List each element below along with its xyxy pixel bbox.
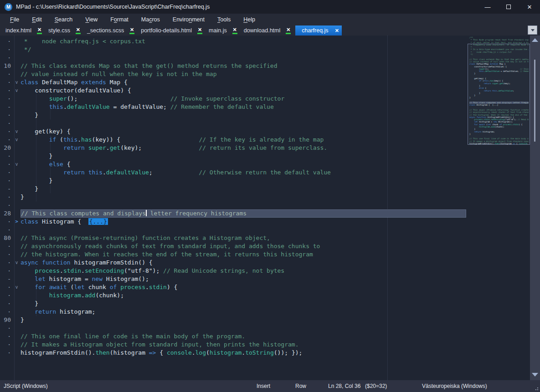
- tab-close[interactable]: ✕: [232, 27, 237, 34]
- tab-charfreq.js[interactable]: charfreq.js✕: [295, 25, 342, 36]
- code-line[interactable]: ·>class Histogram { {...}: [0, 218, 529, 226]
- maximize-button[interactable]: [498, 0, 519, 14]
- menu-item-file[interactable]: File: [4, 14, 26, 25]
- code-line[interactable]: · super(); // Invoke superclass construc…: [0, 95, 529, 103]
- code-line[interactable]: 80// This async (Promise-returning) func…: [0, 234, 529, 242]
- code-line[interactable]: ·v get(key) {: [0, 127, 529, 136]
- code-line[interactable]: · }: [0, 177, 529, 185]
- fold-spacer: [13, 119, 21, 127]
- code-line[interactable]: · return this.defaultValue; // Otherwise…: [0, 168, 529, 177]
- code-line[interactable]: · }: [0, 300, 529, 308]
- scrollbar-thumb[interactable]: [534, 60, 535, 142]
- code-line[interactable]: ·}: [0, 193, 529, 201]
- code-line[interactable]: ·v constructor(defaultValue) {: [0, 87, 529, 95]
- fold-open-icon[interactable]: v: [13, 78, 21, 87]
- minimap-token: // Invoke superclass constructor: [520, 68, 529, 70]
- code-token: let: [35, 275, 45, 282]
- fold-closed-icon[interactable]: >: [13, 218, 21, 226]
- folded-code-chip[interactable]: {...}: [88, 218, 108, 225]
- code-line[interactable]: ·vasync function histogramFromStdin() {: [0, 259, 529, 267]
- tab-list-dropdown-button[interactable]: [528, 25, 537, 35]
- menu-item-edit[interactable]: Edit: [26, 14, 48, 25]
- fold-spacer: [13, 54, 21, 62]
- code-line[interactable]: ·// It makes a Histogram object from sta…: [0, 341, 529, 349]
- code-line[interactable]: · return histogram;: [0, 308, 529, 316]
- code-line[interactable]: ·v for await (let chunk of process.stdin…: [0, 283, 529, 291]
- code-line[interactable]: ·vclass DefaultMap extends Map {: [0, 78, 529, 87]
- fold-open-icon[interactable]: v: [13, 160, 21, 168]
- vertical-scrollbar[interactable]: [530, 36, 540, 380]
- fold-spacer: [13, 316, 21, 324]
- code-line[interactable]: ·: [0, 54, 529, 62]
- tab-close[interactable]: ✕: [286, 27, 291, 34]
- code-line[interactable]: · * node charfreq.js < corpus.txt: [0, 37, 529, 46]
- menu-item-search[interactable]: Search: [48, 14, 79, 25]
- code-line[interactable]: ·// value instead of null when the key i…: [0, 70, 529, 78]
- tab-style.css[interactable]: style.css✕: [46, 25, 85, 36]
- code-token: this: [88, 169, 103, 176]
- code-line[interactable]: · }: [0, 111, 529, 119]
- fold-open-icon[interactable]: v: [13, 259, 21, 267]
- close-icon[interactable]: ✕: [335, 28, 339, 33]
- menu-item-macros[interactable]: Macros: [135, 14, 166, 25]
- code-line[interactable]: ·v if (this.has(key)) { // If the key is…: [0, 136, 529, 144]
- tab-close[interactable]: ✕: [76, 27, 81, 34]
- code-line[interactable]: · histogram.add(chunk);: [0, 291, 529, 300]
- code-token: else: [49, 161, 63, 168]
- code-line[interactable]: 20 return super.get(key); // return its …: [0, 144, 529, 152]
- tab-close[interactable]: ✕: [37, 27, 42, 34]
- close-icon: ✕: [198, 27, 202, 32]
- tab-_sections.scss[interactable]: _sections.scss✕: [85, 25, 139, 36]
- code-line[interactable]: 28// This class computes and displays le…: [0, 209, 529, 218]
- code-line[interactable]: · */: [0, 46, 529, 54]
- tab-main.js[interactable]: main.js✕: [207, 25, 242, 36]
- resize-grip[interactable]: [535, 387, 538, 390]
- tab-download.html[interactable]: download.html✕: [242, 25, 296, 36]
- code-line[interactable]: - }: [0, 185, 529, 193]
- code-line[interactable]: ·: [0, 119, 529, 127]
- code-line[interactable]: ·v else {: [0, 160, 529, 168]
- tab-portfolio-details.html[interactable]: portfolio-details.html✕: [139, 25, 207, 36]
- minimap-token: }: [469, 128, 475, 130]
- menu-item-format[interactable]: Format: [104, 14, 135, 25]
- fold-spacer: [13, 111, 21, 119]
- fold-open-icon[interactable]: v: [13, 136, 21, 144]
- line-number: 90: [0, 316, 13, 324]
- code-line[interactable]: - let histogram = new Histogram();: [0, 275, 529, 283]
- menu-item-help[interactable]: Help: [237, 14, 262, 25]
- editor-pane[interactable]: · * node charfreq.js < corpus.txt· */·10…: [0, 36, 540, 380]
- menu-item-environment[interactable]: Environment: [166, 14, 211, 25]
- code-token: }: [21, 112, 38, 118]
- code-line[interactable]: · process.stdin.setEncoding("utf-8"); //…: [0, 267, 529, 275]
- tab-close[interactable]: ✕: [129, 27, 134, 34]
- code-line[interactable]: ·// asynchronously reads chunks of text …: [0, 242, 529, 250]
- code-line[interactable]: ·: [0, 226, 529, 234]
- code-line[interactable]: ·: [0, 201, 529, 209]
- chevron-down-icon: [531, 29, 535, 31]
- scroll-down-icon[interactable]: [532, 373, 538, 377]
- code-line[interactable]: ·histogramFromStdin().then(histogram => …: [0, 349, 529, 357]
- code-line[interactable]: 90}: [0, 316, 529, 324]
- menu-item-tools[interactable]: Tools: [211, 14, 237, 25]
- line-number: ·: [0, 341, 13, 349]
- scroll-up-icon[interactable]: [532, 38, 538, 42]
- code-token: histogram: [49, 292, 81, 299]
- minimize-button[interactable]: —: [477, 0, 498, 14]
- tab-close[interactable]: ✕: [197, 27, 202, 34]
- close-button[interactable]: ✕: [519, 0, 540, 14]
- minimap-token: return: [484, 82, 491, 85]
- code-line[interactable]: · }: [0, 152, 529, 160]
- minimap-line: this.defaultValue = defaultValue; // Rem…: [469, 70, 529, 72]
- fold-open-icon[interactable]: v: [13, 283, 21, 291]
- code-line[interactable]: ·// the histogram. When it reaches the e…: [0, 250, 529, 259]
- tab-index.html[interactable]: index.html✕: [4, 25, 46, 36]
- fold-open-icon[interactable]: v: [13, 127, 21, 136]
- code-line[interactable]: - this.defaultValue = defaultValue; // R…: [0, 103, 529, 111]
- code-line[interactable]: 10// This class extends Map so that the …: [0, 62, 529, 70]
- menu-item-view[interactable]: View: [79, 14, 104, 25]
- code-line[interactable]: ·// This one final line of code is the m…: [0, 332, 529, 341]
- saved-indicator: [37, 33, 42, 34]
- code-line[interactable]: ·: [0, 324, 529, 332]
- fold-open-icon[interactable]: v: [13, 87, 21, 95]
- minimap[interactable]: /** * This Node program reads text from …: [469, 36, 529, 145]
